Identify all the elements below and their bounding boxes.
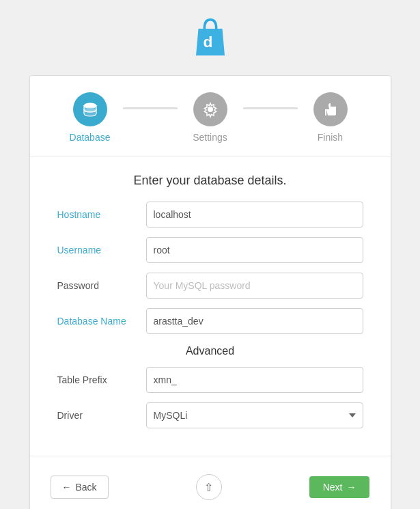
hostname-label: Hostname	[57, 209, 146, 220]
form-area: Enter your database details. Hostname Us…	[30, 157, 391, 445]
tableprefix-label: Table Prefix	[57, 374, 146, 385]
form-title: Enter your database details.	[57, 174, 363, 188]
chevron-up-icon: ⇧	[204, 481, 213, 494]
dbname-input[interactable]	[146, 308, 363, 334]
footer-divider	[30, 456, 391, 456]
password-input[interactable]	[146, 273, 363, 299]
password-row: Password	[57, 273, 363, 299]
step-settings-circle	[193, 92, 227, 126]
tableprefix-row: Table Prefix	[57, 367, 363, 393]
back-label: Back	[76, 482, 97, 493]
tableprefix-input[interactable]	[146, 367, 363, 393]
hostname-input[interactable]	[146, 202, 363, 228]
step-finish-label: Finish	[318, 132, 343, 143]
step-database-circle	[73, 92, 107, 126]
card-footer: ← Back ⇧ Next →	[30, 467, 391, 500]
step-finish-circle	[313, 92, 348, 126]
svg-point-2	[208, 107, 213, 112]
driver-row: Driver MySQLi MySQL PDO	[57, 402, 363, 428]
back-arrow-icon: ←	[62, 482, 72, 493]
username-label: Username	[57, 245, 146, 256]
step-database: Database	[57, 92, 123, 143]
driver-label: Driver	[57, 410, 146, 421]
step-database-label: Database	[70, 132, 111, 143]
password-label: Password	[57, 280, 146, 291]
dbname-row: Database Name	[57, 308, 363, 334]
username-input[interactable]	[146, 237, 363, 263]
connector-1	[123, 107, 178, 109]
driver-select[interactable]: MySQLi MySQL PDO	[146, 402, 363, 428]
back-button[interactable]: ← Back	[51, 476, 109, 499]
username-row: Username	[57, 237, 363, 263]
main-card: Database Settings	[29, 75, 391, 509]
next-label: Next	[323, 482, 343, 493]
dbname-label: Database Name	[57, 316, 146, 327]
step-finish: Finish	[298, 92, 363, 143]
step-settings-label: Settings	[193, 132, 227, 143]
advanced-title: Advanced	[57, 345, 363, 357]
logo: d	[186, 14, 234, 61]
connector-2	[243, 107, 298, 109]
step-settings: Settings	[178, 92, 243, 143]
stepper: Database Settings	[30, 76, 391, 157]
scroll-up-button[interactable]: ⇧	[196, 474, 222, 500]
hostname-row: Hostname	[57, 202, 363, 228]
next-arrow-icon: →	[346, 482, 356, 493]
svg-text:d: d	[203, 33, 212, 51]
next-button[interactable]: Next →	[309, 476, 370, 498]
